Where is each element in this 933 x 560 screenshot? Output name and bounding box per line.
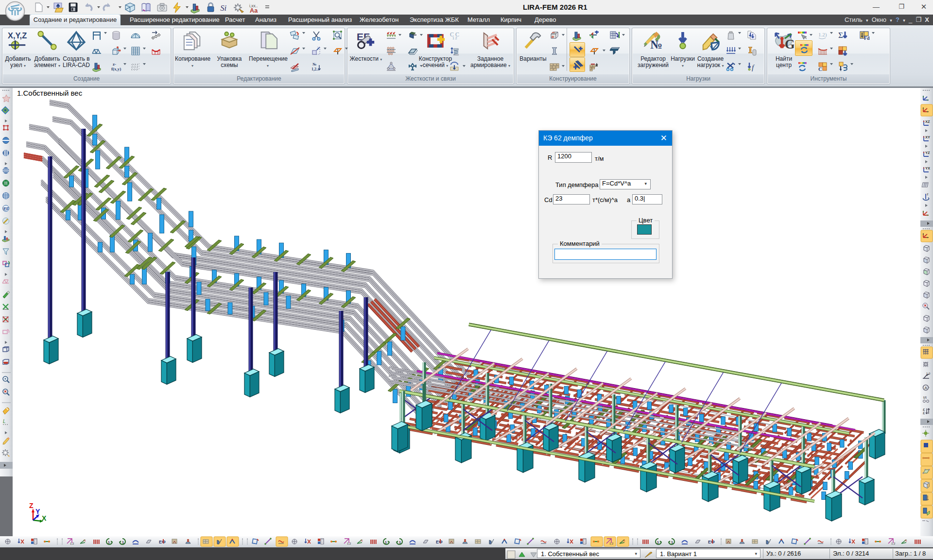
- svg-text:1: 1: [122, 541, 124, 544]
- svg-text:1.0: 1.0: [926, 372, 931, 375]
- svg-text:№: №: [650, 38, 662, 51]
- svg-text:Σ: Σ: [838, 31, 843, 40]
- svg-text:Z: Z: [29, 502, 34, 509]
- svg-text:1: 1: [399, 541, 401, 544]
- svg-text:ЕФ: ЕФ: [436, 540, 443, 544]
- svg-text:1 2: 1 2: [452, 36, 457, 40]
- svg-text:1,2: 1,2: [70, 542, 74, 545]
- svg-text:z: z: [927, 192, 929, 196]
- svg-text:N: N: [361, 539, 363, 542]
- svg-text:1: 1: [385, 541, 387, 544]
- svg-text:EF: EF: [3, 206, 9, 211]
- svg-text:f: f: [752, 64, 755, 71]
- svg-text:f(x,y): f(x,y): [111, 67, 121, 71]
- svg-text:£: £: [923, 411, 925, 415]
- svg-text:N: N: [623, 539, 625, 542]
- svg-text:X,Y,Z: X,Y,Z: [8, 31, 27, 40]
- svg-text:1,2: 1,2: [347, 542, 351, 545]
- svg-text:1,2...: 1,2...: [311, 67, 319, 71]
- svg-text:N: N: [905, 539, 907, 542]
- svg-text:Fd: Fd: [864, 35, 870, 41]
- svg-text:Si: Si: [220, 3, 226, 13]
- svg-text:№: №: [312, 62, 316, 67]
- svg-text:Y: Y: [35, 508, 40, 515]
- svg-text:ЕФ: ЕФ: [159, 540, 166, 544]
- svg-text:1.2): 1.2): [818, 32, 827, 38]
- svg-text:X: X: [42, 514, 47, 522]
- svg-text:1: 1: [671, 541, 673, 544]
- svg-text:C: C: [818, 66, 822, 72]
- svg-text:YX: YX: [925, 166, 930, 170]
- svg-text:ЕФ: ЕФ: [708, 540, 715, 544]
- svg-text:z-: z-: [113, 62, 116, 67]
- svg-text:A: A: [925, 386, 928, 390]
- svg-text:N: N: [84, 539, 86, 542]
- svg-text:1: 1: [108, 541, 110, 544]
- svg-text:t/t: t/t: [923, 395, 927, 400]
- svg-text:Aa: Aa: [250, 7, 258, 14]
- svg-text:1,2: 1,2: [891, 542, 896, 545]
- svg-text:L: L: [3, 419, 6, 424]
- svg-text:1,2: 1,2: [609, 542, 614, 545]
- svg-text:XY: XY: [925, 135, 930, 139]
- svg-text:XZ: XZ: [925, 119, 930, 124]
- svg-text:G: G: [785, 37, 794, 51]
- svg-text:YZ: YZ: [925, 151, 930, 155]
- svg-text:1: 1: [657, 541, 659, 544]
